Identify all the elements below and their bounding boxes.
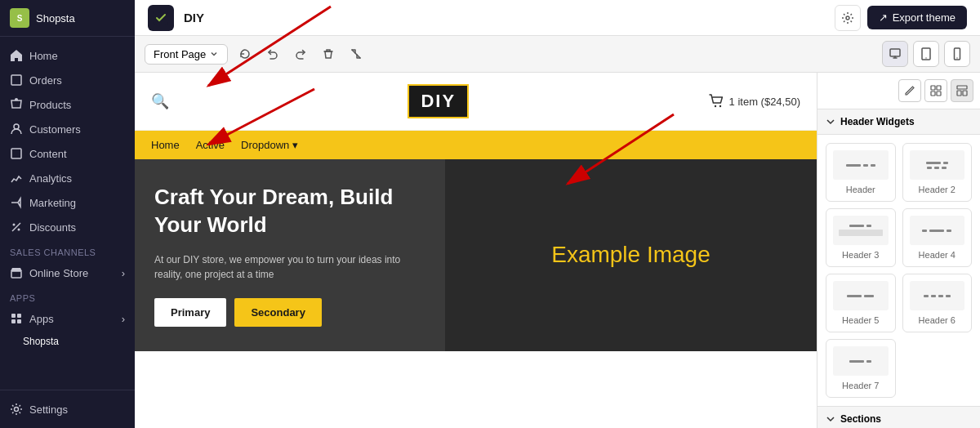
nav-item-home[interactable]: Home: [151, 139, 180, 151]
hero-buttons: Primary Secondary: [154, 298, 425, 327]
widget-header-3[interactable]: Header 3: [826, 208, 896, 267]
theme-logo-icon: [148, 5, 174, 31]
svg-rect-9: [17, 319, 21, 323]
editor-area: 🔍 DIY 1 item ($24,50) Home Active Dropdo…: [135, 73, 980, 428]
sidebar-header: S Shopsta: [0, 0, 135, 37]
cart-area[interactable]: 1 item ($24,50): [708, 93, 800, 109]
svg-point-19: [719, 105, 720, 107]
toolbar-actions: [233, 42, 368, 66]
theme-name: DIY: [184, 11, 204, 25]
widget-header-6[interactable]: Header 6: [902, 274, 973, 332]
widget-header-2-label: Header 2: [919, 185, 956, 194]
svg-point-10: [15, 408, 19, 412]
sidebar-item-customers[interactable]: Customers: [0, 117, 135, 141]
topbar-left: DIY: [148, 5, 204, 31]
widgets-grid: Header Header: [817, 135, 980, 406]
widget-header-1-label: Header: [846, 185, 875, 194]
sidebar-item-products[interactable]: Products: [0, 92, 135, 117]
svg-rect-27: [957, 91, 961, 96]
svg-rect-23: [937, 86, 941, 90]
content-icon: [10, 147, 23, 160]
orders-icon: [10, 74, 23, 87]
hero-title: Craft Your Dream, Build Your World: [154, 184, 425, 239]
desktop-icon: [889, 47, 902, 60]
sidebar-nav: Home Orders Products Customers Content A…: [0, 37, 135, 390]
tablet-view-button[interactable]: [913, 41, 939, 67]
widget-header-4[interactable]: Header 4: [902, 208, 973, 267]
svg-rect-5: [11, 271, 21, 278]
app-logo-icon: S: [10, 8, 29, 28]
redo-icon: [295, 48, 306, 60]
customers-icon: [10, 123, 23, 136]
svg-point-12: [846, 16, 849, 20]
chevron-down-icon: [209, 49, 219, 59]
undo-icon: [267, 48, 278, 60]
svg-rect-7: [17, 314, 21, 318]
chevron-down-icon-sections: [826, 414, 835, 424]
tablet-icon: [920, 47, 933, 60]
svg-rect-26: [957, 86, 967, 89]
apps-label: Apps: [0, 285, 135, 306]
widget-header-7[interactable]: Header 7: [826, 339, 896, 398]
topbar-right: ↗ Export theme: [835, 5, 967, 31]
sidebar-item-discounts[interactable]: Discounts: [0, 215, 135, 239]
sidebar-item-analytics[interactable]: Analytics: [0, 166, 135, 190]
delete-button[interactable]: [316, 42, 341, 66]
grid-icon: [930, 85, 942, 96]
widget-header-6-label: Header 6: [919, 315, 956, 325]
hero-right: Example Image: [445, 159, 817, 351]
site-navigation: Home Active Dropdown ▾: [135, 131, 817, 159]
topbar: DIY ↗ Export theme: [135, 0, 980, 36]
widget-header-1[interactable]: Header: [826, 143, 896, 202]
sales-channels-label: Sales channels: [0, 239, 135, 261]
svg-rect-22: [931, 86, 935, 90]
reset-button[interactable]: [344, 42, 368, 66]
svg-rect-6: [11, 314, 16, 318]
panel-grid-button[interactable]: [924, 79, 947, 102]
search-button[interactable]: 🔍: [151, 92, 169, 110]
refresh-button[interactable]: [233, 42, 257, 66]
panel-pencil-button[interactable]: [898, 79, 921, 102]
widget-header-5[interactable]: Header 5: [826, 274, 896, 332]
svg-rect-25: [937, 91, 941, 96]
sidebar-item-home[interactable]: Home: [0, 43, 135, 68]
main-area: DIY ↗ Export theme Front Page: [135, 0, 980, 428]
example-image-label: Example Image: [551, 242, 710, 268]
export-theme-button[interactable]: ↗ Export theme: [867, 6, 967, 29]
export-icon: ↗: [879, 11, 888, 24]
discounts-icon: [10, 221, 23, 234]
nav-item-dropdown[interactable]: Dropdown ▾: [241, 139, 298, 151]
panel-layout-button[interactable]: [951, 79, 973, 102]
trash-icon: [323, 48, 334, 60]
redo-button[interactable]: [288, 42, 313, 66]
toolbar: Front Page: [135, 36, 980, 73]
sidebar-item-settings[interactable]: Settings: [0, 397, 135, 421]
page-selector[interactable]: Front Page: [145, 44, 228, 65]
sidebar-subitem-shopsta[interactable]: Shopsta: [0, 331, 135, 352]
marketing-icon: [10, 196, 23, 209]
svg-point-1: [14, 124, 19, 129]
apps-icon: [10, 312, 23, 325]
sidebar-item-orders[interactable]: Orders: [0, 68, 135, 92]
secondary-button[interactable]: Secondary: [234, 298, 321, 327]
desktop-view-button[interactable]: [882, 41, 908, 67]
sidebar-item-content[interactable]: Content: [0, 141, 135, 166]
widget-header-7-label: Header 7: [842, 381, 879, 390]
settings-icon: [10, 403, 23, 416]
widget-header-2[interactable]: Header 2: [902, 143, 973, 202]
view-toggle: [882, 41, 970, 67]
hero-left: Craft Your Dream, Build Your World At ou…: [135, 159, 445, 351]
sidebar-item-apps[interactable]: Apps ›: [0, 306, 135, 331]
theme-settings-button[interactable]: [835, 5, 861, 31]
svg-point-17: [956, 57, 957, 58]
primary-button[interactable]: Primary: [154, 298, 226, 327]
nav-item-active[interactable]: Active: [196, 139, 225, 151]
app-name: Shopsta: [36, 12, 75, 25]
sidebar-item-online-store[interactable]: Online Store ›: [0, 261, 135, 285]
svg-point-4: [18, 229, 20, 231]
reset-icon: [350, 48, 362, 60]
undo-button[interactable]: [261, 42, 285, 66]
layout-icon: [956, 85, 968, 96]
mobile-view-button[interactable]: [944, 41, 970, 67]
sidebar-item-marketing[interactable]: Marketing: [0, 190, 135, 215]
